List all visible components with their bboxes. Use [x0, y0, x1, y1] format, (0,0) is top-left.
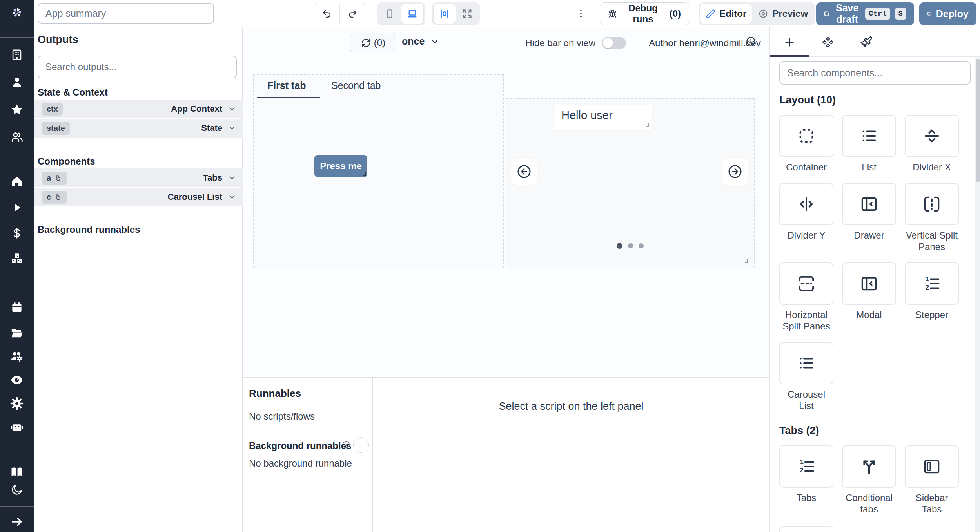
collapse-arrow-right-icon[interactable] [9, 514, 25, 530]
editor-preview-group: Editor Preview [699, 2, 815, 25]
output-type-label: State [201, 123, 222, 133]
info-icon[interactable] [746, 36, 756, 47]
component-card-modal[interactable]: Modal [842, 262, 896, 332]
schedules-calendar-icon[interactable] [9, 300, 25, 315]
deploy-button[interactable]: Deploy [919, 2, 976, 25]
output-row-ctx[interactable]: ctx App Context [34, 100, 243, 118]
output-row-component-a[interactable]: a Tabs [34, 168, 243, 187]
save-draft-label: Save draft [834, 2, 860, 25]
circle-arrow-right-icon [727, 164, 743, 179]
component-card-divider-x[interactable]: Divider X [905, 115, 959, 173]
redo-button[interactable] [339, 4, 365, 24]
component-card-drawer[interactable]: Drawer [842, 183, 896, 252]
carousel-dot[interactable] [639, 243, 644, 248]
component-card-list[interactable]: List [842, 115, 896, 173]
svg-text:1: 1 [800, 458, 804, 466]
docs-book-icon[interactable] [9, 464, 25, 480]
resize-handle[interactable] [745, 259, 748, 263]
eye-icon[interactable] [9, 372, 25, 388]
groups-admin-icon[interactable] [9, 349, 25, 364]
desktop-view-button[interactable] [401, 4, 423, 24]
press-me-button[interactable]: Press me [314, 155, 367, 177]
list-icon [860, 127, 878, 145]
component-card-divider-y[interactable]: Divider Y [779, 183, 833, 252]
component-card-carousel-list[interactable]: Carousel List [779, 342, 833, 411]
device-toggle-group [377, 2, 425, 25]
center-canvas-button[interactable] [434, 4, 456, 24]
undo-icon [322, 9, 332, 19]
tabs-components-grid: 12 Tabs Conditional tabs Sidebar Tabs [779, 445, 960, 515]
info-icon[interactable] [342, 440, 350, 449]
clipped-components-grid [779, 526, 960, 532]
search-components-input[interactable] [779, 61, 971, 85]
star-icon[interactable] [9, 102, 25, 118]
app-summary-input[interactable] [38, 3, 214, 24]
runs-play-icon[interactable] [9, 200, 25, 215]
runnables-title: Runnables [249, 387, 301, 400]
gear-icon[interactable] [9, 396, 25, 411]
users-group-icon[interactable] [9, 129, 25, 145]
scrollbar-thumb[interactable] [976, 59, 980, 182]
chevron-down-icon[interactable] [228, 193, 236, 201]
mobile-view-button[interactable] [379, 4, 401, 24]
chevron-down-icon[interactable] [228, 105, 236, 113]
dark-mode-moon-icon[interactable] [9, 482, 25, 498]
component-library-panel: Layout (10) Container List Divider X Div… [769, 27, 980, 532]
laptop-icon [407, 8, 418, 19]
robot-icon[interactable] [9, 419, 25, 435]
windmill-logo-icon[interactable] [9, 5, 25, 20]
svg-text:2: 2 [926, 283, 929, 291]
preview-tab[interactable]: Preview [753, 4, 813, 24]
component-card-sidebar-tabs[interactable]: Sidebar Tabs [905, 445, 959, 515]
home-icon[interactable] [9, 174, 25, 189]
workspace-sidebar [0, 0, 34, 532]
carousel-dot[interactable] [628, 243, 633, 248]
insert-component-tab[interactable] [782, 35, 797, 49]
editor-tab[interactable]: Editor [700, 4, 752, 24]
output-row-component-c[interactable]: c Carousel List [34, 188, 243, 206]
resize-handle[interactable] [363, 172, 366, 176]
carousel-prev-button[interactable] [511, 159, 537, 185]
deploy-save-icon [927, 9, 931, 18]
component-card-stepper[interactable]: 12 Stepper [905, 262, 959, 332]
undo-button[interactable] [314, 4, 339, 24]
tab-second[interactable]: Second tab [331, 80, 381, 91]
variables-dollar-icon[interactable] [9, 225, 25, 241]
carousel-dot-active[interactable] [617, 243, 622, 249]
save-draft-button[interactable]: Save draft Ctrl S [816, 2, 914, 25]
add-background-runnable-button[interactable] [353, 437, 369, 453]
carousel-next-button[interactable] [722, 159, 748, 185]
component-card-container[interactable]: Container [779, 115, 833, 173]
plus-icon [356, 440, 366, 450]
run-mode-dropdown[interactable]: once [402, 36, 439, 47]
component-card-conditional-tabs[interactable]: Conditional tabs [842, 445, 896, 515]
workspace-icon[interactable] [9, 47, 25, 63]
carousel-component[interactable]: Hello user [506, 98, 755, 268]
resize-handle[interactable] [646, 123, 649, 127]
tabs-component[interactable]: First tab Second tab Press me [253, 74, 504, 268]
sidebar-tabs-icon [923, 458, 941, 476]
refresh-icon [361, 38, 371, 48]
component-card-invisible-tabs[interactable] [779, 526, 833, 532]
hide-bar-toggle[interactable] [602, 37, 626, 49]
more-menu-button[interactable] [573, 4, 589, 23]
tab-first[interactable]: First tab [267, 80, 306, 91]
theme-tab[interactable] [859, 35, 873, 49]
user-icon[interactable] [9, 74, 25, 90]
resources-boxes-icon[interactable] [9, 251, 25, 266]
chevron-down-icon[interactable] [228, 174, 236, 182]
component-card-tabs[interactable]: 12 Tabs [779, 445, 833, 515]
preview-eye-icon [758, 9, 768, 19]
debug-runs-button[interactable]: Debug runs (0) [600, 2, 689, 25]
settings-component-tab[interactable] [821, 35, 835, 49]
outputs-panel: Outputs State & Context ctx App Context … [34, 27, 243, 532]
folders-icon[interactable] [9, 325, 25, 341]
chevron-down-icon[interactable] [228, 124, 236, 132]
component-card-vertical-split[interactable]: Vertical Split Panes [905, 183, 959, 252]
search-outputs-input[interactable] [38, 56, 237, 78]
expand-canvas-button[interactable] [456, 4, 478, 24]
component-card-horizontal-split[interactable]: Horizontal Split Panes [779, 262, 833, 332]
refresh-button[interactable]: (0) [350, 33, 396, 52]
output-row-state[interactable]: state State [34, 119, 243, 138]
text-component[interactable]: Hello user [555, 105, 652, 130]
